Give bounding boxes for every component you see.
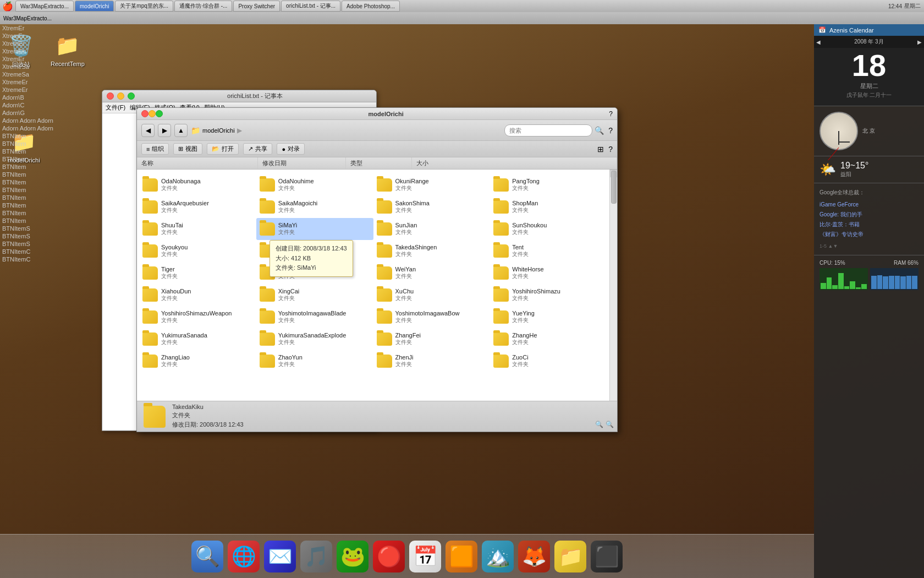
folder-yoshihiroshimazu[interactable]: YoshihiroShimazu 文件夹 xyxy=(490,284,607,306)
folder-odanouhime[interactable]: OdaNouhime 文件夹 xyxy=(256,174,373,196)
folder-sunshoukou[interactable]: SunShoukou 文件夹 xyxy=(490,218,607,240)
secondbar-text: War3MapExtracto... xyxy=(3,15,52,21)
fb-forward-btn[interactable]: ▶ xyxy=(158,124,171,137)
folder-simayi[interactable]: SiMaYi 文件夹 xyxy=(256,218,373,240)
folder-saikaarquebusier[interactable]: SaikaArquebusier 文件夹 xyxy=(139,196,256,218)
stats-item-1[interactable]: iGame GeForce xyxy=(820,200,919,210)
folder-pangtong[interactable]: PangTong 文件夹 xyxy=(490,174,607,196)
folder-shopman[interactable]: ShopMan 文件夹 xyxy=(490,196,607,218)
dock-app12[interactable]: ⬛ xyxy=(591,541,623,572)
col-type[interactable]: 类型 xyxy=(346,157,412,169)
folder-sunjian[interactable]: SunJian 文件夹 xyxy=(373,218,491,240)
folder-xiaohoudun[interactable]: XiahouDun 文件夹 xyxy=(139,284,256,306)
folder-yukimuraexplode[interactable]: YukimuraSanadaExplode 文件夹 xyxy=(256,328,373,350)
fb-help2-icon[interactable]: ? xyxy=(608,145,613,154)
fb-col-headers: 名称 修改日期 类型 大小 xyxy=(137,157,617,170)
cal-prev[interactable]: ◀ xyxy=(816,39,821,45)
dock-app9[interactable]: 🏔️ xyxy=(482,541,514,572)
folder-tiger[interactable]: Tiger 文件夹 xyxy=(139,262,256,284)
folder-whitehorse[interactable]: WhiteHorse 文件夹 xyxy=(490,262,607,284)
topbar-tab-magic[interactable]: 通魔作坊·综合群 -... xyxy=(174,1,232,12)
folder-xingcai[interactable]: XingCai 文件夹 xyxy=(256,284,373,306)
fb-help-icon[interactable]: ? xyxy=(608,126,613,135)
fb-open-btn[interactable]: 📂 打开 xyxy=(207,143,239,155)
stats-item-4[interactable]: 《财富》专访史帝 xyxy=(820,230,919,239)
dock-app4[interactable]: 🎵 xyxy=(300,541,332,572)
dock-app6[interactable]: 🔴 xyxy=(373,541,405,572)
fb-up-btn[interactable]: ▲ xyxy=(174,124,188,137)
fb-organize-btn[interactable]: ≡ 组织 xyxy=(141,143,169,155)
apple-menu[interactable]: 🍎 xyxy=(0,0,15,12)
fb-scroll-thumb[interactable] xyxy=(611,171,617,204)
topbar-tab-mpq[interactable]: 关于某mpq里的东... xyxy=(115,1,173,12)
fb-close-btn[interactable] xyxy=(141,110,148,117)
notepad-maximize-btn[interactable] xyxy=(128,92,135,100)
weather-icon: 🌤️ xyxy=(820,162,836,177)
sysmon-widget: CPU: 15% RAM 66% xyxy=(814,255,924,295)
fb-path-icon: 📁 xyxy=(191,126,200,135)
col-size[interactable]: 大小 xyxy=(412,157,617,169)
cal-next[interactable]: ▶ xyxy=(917,39,922,45)
fb-back-btn[interactable]: ◀ xyxy=(141,124,155,137)
folder-zhangfei[interactable]: ZhangFei 文件夹 xyxy=(373,328,491,350)
folder-zhangliao[interactable]: ZhangLiao 文件夹 xyxy=(139,350,256,372)
dock-folder[interactable]: 📁 xyxy=(554,541,586,572)
fb-search-icon[interactable]: 🔍 xyxy=(595,126,604,135)
folder-yueying[interactable]: YueYing 文件夹 xyxy=(490,306,607,328)
dock-finder[interactable]: 🔍 xyxy=(191,541,223,572)
topbar-tab-orichi[interactable]: orichiList.txt - 记事... xyxy=(281,1,340,12)
stats-item-2[interactable]: Google: 我们的手 xyxy=(820,210,919,220)
col-date[interactable]: 修改日期 xyxy=(258,157,346,169)
folder-yoshimotoblade[interactable]: YoshimotoImagawaBlade 文件夹 xyxy=(256,306,373,328)
notepad-minimize-btn[interactable] xyxy=(117,92,124,100)
topbar-tab-proxy[interactable]: Proxy Switcher xyxy=(233,1,280,12)
folder-xuchu[interactable]: XuChu 文件夹 xyxy=(373,284,491,306)
fb-record-btn[interactable]: ● 对录 xyxy=(277,143,305,155)
record-label: 对录 xyxy=(288,145,300,153)
fb-share-btn[interactable]: ↗ 共享 xyxy=(243,143,272,155)
folder-zhenji[interactable]: ZhenJi 文件夹 xyxy=(373,350,491,372)
folder-odanobunaga[interactable]: OdaNobunaga 文件夹 xyxy=(139,174,256,196)
notepad-menu-file[interactable]: 文件(F) xyxy=(106,103,125,112)
notepad-close-btn[interactable] xyxy=(107,92,114,100)
folder-weiyan[interactable]: WeiYan 文件夹 xyxy=(373,262,491,284)
fb-scrollbar[interactable]: ▲ ▼ xyxy=(609,170,617,419)
dock-app10[interactable]: 🦊 xyxy=(518,541,550,572)
fb-help-btn[interactable]: ? xyxy=(609,110,613,118)
folder-icon xyxy=(493,310,509,324)
topbar-tab-war3[interactable]: War3MapExtracto... xyxy=(15,1,74,12)
stats-item-3[interactable]: 比尔·盖茨：书籍 xyxy=(820,220,919,230)
folder-saikamagoichi[interactable]: SaikaMagoichi 文件夹 xyxy=(256,196,373,218)
topbar-tab-model[interactable]: modelOrichi xyxy=(75,1,114,12)
folder-yukimura[interactable]: YukimuraSanada 文件夹 xyxy=(139,328,256,350)
fb-view-toggle[interactable]: ⊞ xyxy=(597,145,604,154)
folder-yoshihiroshimazuweapon[interactable]: YoshihiroShimazuWeapon 文件夹 xyxy=(139,306,256,328)
fb-minimize-btn[interactable] xyxy=(148,110,156,117)
folder-tent[interactable]: Tent 文件夹 xyxy=(490,240,607,262)
dock-app8[interactable]: 🟧 xyxy=(446,541,477,572)
folder-zuoci[interactable]: ZuoCi 文件夹 xyxy=(490,350,607,372)
zoom-plus-icon[interactable]: 🔍 xyxy=(606,421,614,428)
text-line-6: XtremeSa xyxy=(0,63,135,70)
dock-app5[interactable]: 🐸 xyxy=(337,541,369,572)
topbar-tab-photoshop[interactable]: Adobe Photoshop... xyxy=(342,1,400,12)
dock-app3[interactable]: ✉️ xyxy=(264,541,296,572)
dock-calendar[interactable]: 📅 xyxy=(409,541,441,572)
col-name[interactable]: 名称 xyxy=(137,157,258,169)
topbar-day: 星期二 xyxy=(904,2,921,10)
fb-view-btn[interactable]: ⊞ 视图 xyxy=(173,143,202,155)
folder-sakonshima[interactable]: SakonShima 文件夹 xyxy=(373,196,491,218)
folder-zhaoyun[interactable]: ZhaoYun 文件夹 xyxy=(256,350,373,372)
clock-widget: 北 京 xyxy=(814,106,924,156)
folder-takedashingen[interactable]: TakedaShingen 文件夹 xyxy=(373,240,491,262)
folder-okunrange[interactable]: OkuniRange 文件夹 xyxy=(373,174,491,196)
fb-search-input[interactable] xyxy=(504,124,592,137)
folder-syoukyou[interactable]: Syoukyou 文件夹 xyxy=(139,240,256,262)
folder-shuutai[interactable]: ShuuTai 文件夹 xyxy=(139,218,256,240)
folder-yoshimotobow[interactable]: YoshimotoImagawaBow 文件夹 xyxy=(373,306,491,328)
folder-icon xyxy=(260,200,275,214)
dock-browser[interactable]: 🌐 xyxy=(228,541,260,572)
zoom-minus-icon[interactable]: 🔍 xyxy=(595,421,603,428)
folder-zhanghe[interactable]: ZhangHe 文件夹 xyxy=(490,328,607,350)
fb-maximize-btn[interactable] xyxy=(156,110,163,117)
